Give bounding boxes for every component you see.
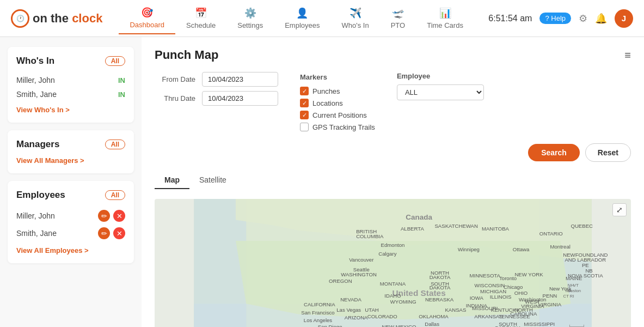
logo-text: on the clock: [33, 11, 102, 26]
tab-map[interactable]: Map: [155, 172, 189, 189]
marker-label-gps-tracking: GPS Tracking Trails: [312, 123, 375, 131]
time-cards-icon: 📊: [439, 7, 451, 19]
tab-satellite[interactable]: Satellite: [189, 172, 236, 189]
fullscreen-button[interactable]: ⤢: [612, 203, 627, 216]
whos-in-card: Who's In All Miller, John IN Smith, Jane…: [8, 47, 134, 123]
topnav-right: 6:51:54 am ? Help ⚙ 🔔 J: [488, 9, 633, 28]
edit-button[interactable]: ✏: [98, 210, 110, 222]
marker-locations[interactable]: ✓ Locations: [300, 99, 375, 107]
managers-badge[interactable]: All: [105, 140, 125, 149]
thru-date-row: Thru Date: [155, 91, 278, 106]
nav-item-settings[interactable]: ⚙️ Settings: [226, 3, 274, 34]
svg-text:VT: VT: [573, 283, 579, 288]
search-button[interactable]: Search: [528, 144, 580, 161]
avatar[interactable]: J: [615, 9, 633, 28]
whos-in-icon: ✈️: [349, 7, 361, 19]
button-row: Search Reset: [155, 143, 631, 162]
employees-icon: 👤: [296, 7, 308, 19]
row-actions: ✏ ✕: [98, 227, 125, 239]
employee-name: Smith, Jane: [16, 229, 57, 238]
bell-icon[interactable]: 🔔: [595, 13, 607, 25]
managers-card: Managers All View All Managers >: [8, 130, 134, 173]
map-tab-row: Map Satellite: [155, 172, 631, 189]
marker-punches[interactable]: ✓ Punches: [300, 87, 375, 95]
reset-button[interactable]: Reset: [585, 143, 631, 162]
markers-group: Markers ✓ Punches ✓ Locations ✓ Current …: [300, 72, 375, 131]
nav-item-pto[interactable]: 🛫 PTO: [380, 3, 416, 34]
whos-in-header: Who's In All: [16, 56, 125, 66]
status-badge: IN: [118, 76, 125, 84]
view-employees-link[interactable]: View All Employees >: [16, 246, 125, 255]
settings-icon: ⚙️: [244, 7, 256, 19]
nav-item-label: Settings: [237, 21, 263, 29]
filter-section: From Date Thru Date Markers ✓ Punches ✓ …: [155, 72, 631, 131]
markers-label: Markers: [300, 73, 375, 81]
whos-in-badge[interactable]: All: [105, 56, 125, 66]
nav-item-label: Schedule: [186, 21, 216, 29]
thru-date-input[interactable]: [202, 91, 278, 106]
employee-row: Miller, John ✏ ✕: [16, 207, 125, 225]
logo[interactable]: 🕐 on the clock: [11, 9, 102, 28]
employee-row: Smith, Jane ✏ ✕: [16, 225, 125, 242]
marker-label-punches: Punches: [312, 87, 340, 95]
whos-in-title: Who's In: [16, 56, 54, 66]
nav-item-label: Employees: [285, 21, 320, 29]
employee-name: Smith, Jane: [16, 90, 57, 99]
managers-header: Managers All: [16, 139, 125, 150]
row-actions: ✏ ✕: [98, 210, 125, 222]
canada-label: Canada: [406, 213, 432, 221]
nav-item-dashboard[interactable]: 🎯 Dashboard: [119, 2, 175, 34]
marker-gps-tracking[interactable]: GPS Tracking Trails: [300, 123, 375, 131]
top-navigation: 🕐 on the clock 🎯 Dashboard 📅 Schedule ⚙️…: [0, 0, 644, 37]
svg-text:CT RI: CT RI: [563, 294, 574, 299]
gear-icon[interactable]: ⚙: [579, 13, 587, 25]
nav-item-schedule[interactable]: 📅 Schedule: [175, 3, 226, 34]
status-badge: IN: [118, 90, 125, 99]
nav-item-label: Dashboard: [130, 21, 164, 29]
nav-item-employees[interactable]: 👤 Employees: [274, 3, 330, 34]
edit-button[interactable]: ✏: [98, 227, 110, 239]
time-display: 6:51:54 am: [488, 14, 532, 23]
delete-button[interactable]: ✕: [113, 227, 125, 239]
checkbox-punches[interactable]: ✓: [300, 87, 309, 95]
employee-row: Miller, John IN: [16, 73, 125, 87]
employee-filter-label: Employee: [397, 72, 484, 80]
date-filter-group: From Date Thru Date: [155, 72, 278, 106]
main-layout: Who's In All Miller, John IN Smith, Jane…: [0, 37, 644, 327]
main-content: Punch Map ≡ From Date Thru Date Markers: [142, 37, 644, 327]
dashboard-icon: 🎯: [141, 7, 153, 19]
employee-name: Miller, John: [16, 211, 55, 220]
checkbox-gps-tracking[interactable]: [300, 123, 309, 131]
svg-text:Boston: Boston: [568, 288, 581, 293]
nav-item-label: Time Cards: [427, 21, 463, 29]
nav-item-whos-in[interactable]: ✈️ Who's In: [331, 3, 380, 34]
employee-select[interactable]: ALL: [397, 84, 484, 100]
marker-label-locations: Locations: [312, 99, 343, 107]
employees-title: Employees: [16, 190, 65, 201]
view-managers-link[interactable]: View All Managers >: [16, 156, 125, 165]
employee-name: Miller, John: [16, 76, 55, 84]
punch-map-title: Punch Map: [155, 48, 218, 62]
employees-badge[interactable]: All: [105, 190, 125, 200]
from-date-input[interactable]: [202, 72, 278, 87]
map-svg: Canada United States BRITISH COLUMBIA AL…: [155, 199, 631, 327]
thru-date-label: Thru Date: [155, 94, 195, 102]
punch-map-header: Punch Map ≡: [155, 48, 631, 62]
checkbox-locations[interactable]: ✓: [300, 99, 309, 107]
help-button[interactable]: ? Help: [539, 13, 571, 24]
nav-item-label: Who's In: [342, 21, 369, 29]
sidebar: Who's In All Miller, John IN Smith, Jane…: [0, 37, 142, 327]
marker-current-positions[interactable]: ✓ Current Positions: [300, 111, 375, 119]
delete-button[interactable]: ✕: [113, 210, 125, 222]
from-date-label: From Date: [155, 75, 195, 83]
us-label: United States: [392, 288, 445, 298]
pto-icon: 🛫: [392, 7, 404, 19]
employee-filter-group: Employee ALL: [397, 72, 484, 100]
schedule-icon: 📅: [195, 7, 207, 19]
hamburger-icon[interactable]: ≡: [624, 49, 631, 62]
marker-label-current-positions: Current Positions: [312, 111, 367, 119]
checkbox-current-positions[interactable]: ✓: [300, 111, 309, 119]
view-whos-in-link[interactable]: View Who's In >: [16, 106, 125, 114]
logo-clock-icon: 🕐: [11, 9, 29, 28]
nav-item-time-cards[interactable]: 📊 Time Cards: [416, 3, 474, 34]
